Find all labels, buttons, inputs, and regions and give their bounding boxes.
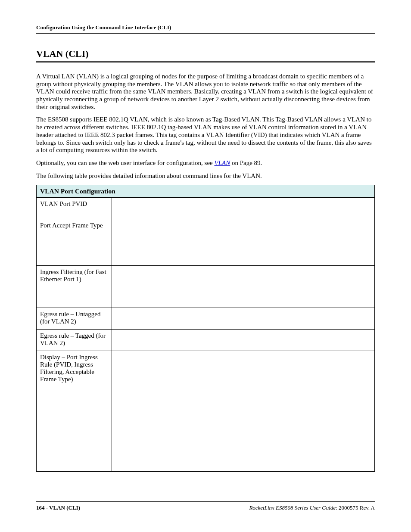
row-value-display-ingress — [112, 351, 375, 472]
row-label-egress-tagged: Egress rule – Tagged (for VLAN 2) — [37, 330, 112, 351]
table-row: VLAN Port PVID — [37, 198, 375, 219]
table-row: Egress rule – Untagged (for VLAN 2) — [37, 308, 375, 330]
row-value-egress-tagged — [112, 330, 375, 351]
row-value-egress-untagged — [112, 308, 375, 330]
row-label-pvid: VLAN Port PVID — [37, 198, 112, 219]
body-paragraph-1: A Virtual LAN (VLAN) is a logical groupi… — [36, 73, 375, 111]
row-label-display-ingress: Display – Port Ingress Rule (PVID, Ingre… — [37, 351, 112, 472]
running-header: Configuration Using the Command Line Int… — [36, 24, 375, 33]
p3-pre: Optionally, you can use the web user int… — [36, 159, 214, 166]
table-row: Ingress Filtering (for Fast Ethernet Por… — [37, 266, 375, 308]
header-rule — [36, 33, 375, 34]
vlan-port-config-table: VLAN Port Configuration VLAN Port PVID P… — [36, 185, 375, 472]
row-label-egress-untagged: Egress rule – Untagged (for VLAN 2) — [37, 308, 112, 330]
footer-guide-title: RocketLinx ES8508 Series User Guide — [249, 504, 336, 511]
table-row: Port Accept Frame Type — [37, 219, 375, 266]
footer-right: RocketLinx ES8508 Series User Guide: 200… — [249, 504, 375, 511]
body-paragraph-2: The ES8508 supports IEEE 802.1Q VLAN, wh… — [36, 116, 375, 154]
row-value-pvid — [112, 198, 375, 219]
row-label-accept-frame: Port Accept Frame Type — [37, 219, 112, 266]
footer-rule — [36, 501, 375, 502]
p3-post: on Page 89. — [230, 159, 262, 166]
row-value-accept-frame — [112, 219, 375, 266]
footer-right-tail: : 2000575 Rev. A — [336, 504, 375, 511]
section-title: VLAN (CLI) — [36, 48, 375, 59]
table-row: Egress rule – Tagged (for VLAN 2) — [37, 330, 375, 351]
table-header-row: VLAN Port Configuration — [37, 185, 375, 198]
page-footer: 164 - VLAN (CLI) RocketLinx ES8508 Serie… — [36, 501, 375, 511]
table-row: Display – Port Ingress Rule (PVID, Ingre… — [37, 351, 375, 472]
vlan-xref-link[interactable]: VLAN — [214, 159, 230, 166]
table-header: VLAN Port Configuration — [37, 185, 375, 198]
section-rule — [36, 61, 375, 62]
footer-left: 164 - VLAN (CLI) — [36, 504, 80, 511]
row-value-ingress-filtering — [112, 266, 375, 308]
row-label-ingress-filtering: Ingress Filtering (for Fast Ethernet Por… — [37, 266, 112, 308]
body-paragraph-3: Optionally, you can use the web user int… — [36, 159, 375, 167]
body-paragraph-4: The following table provides detailed in… — [36, 172, 375, 180]
